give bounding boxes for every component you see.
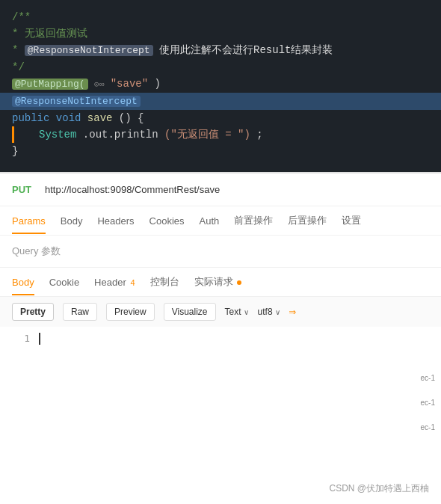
comment-end: */ bbox=[12, 61, 25, 73]
tab-headers[interactable]: Headers bbox=[97, 208, 134, 234]
http-panel: PUT http://localhost:9098/CommentRest/sa… bbox=[0, 172, 441, 504]
raw-button[interactable]: Raw bbox=[63, 303, 97, 321]
ec-label-2: ec-1 bbox=[421, 399, 438, 407]
semicolon: ; bbox=[256, 129, 262, 141]
void-keyword: void bbox=[56, 112, 81, 124]
tab-body[interactable]: Body bbox=[61, 208, 83, 234]
tab-response-cookie[interactable]: Cookie bbox=[49, 269, 79, 295]
visualize-button[interactable]: Visualize bbox=[164, 303, 216, 321]
println-arg: ("无返回值 = ") bbox=[164, 129, 250, 141]
response-content: 1 bbox=[0, 327, 441, 504]
request-tabs: Params Body Headers Cookies Auth 前置操作 后置… bbox=[0, 206, 441, 236]
text-cursor bbox=[39, 333, 40, 345]
code-line-7: public void save () { bbox=[12, 110, 429, 126]
preview-button[interactable]: Preview bbox=[106, 303, 155, 321]
format-dropdown-arrow: ∨ bbox=[244, 308, 249, 316]
encoding-dropdown-arrow: ∨ bbox=[275, 308, 280, 316]
code-line-9: } bbox=[12, 143, 429, 159]
tab-settings[interactable]: 设置 bbox=[342, 206, 361, 235]
annotation-badge: @ResponseNotIntercept bbox=[25, 45, 153, 56]
ec-label-3: ec-1 bbox=[421, 423, 438, 431]
comment-title: * 无返回值测试 bbox=[12, 28, 87, 40]
tab-response-body[interactable]: Body bbox=[12, 269, 34, 295]
response-tabs: Body Cookie Header 4 控制台 实际请求 bbox=[0, 267, 441, 297]
cursor-line[interactable] bbox=[39, 333, 40, 498]
response-toolbar: Pretty Raw Preview Visualize Text ∨ utf8… bbox=[0, 297, 441, 327]
method-name: save bbox=[87, 112, 113, 124]
http-method: PUT bbox=[12, 184, 36, 195]
annotation-desc: 使用此注解不会进行Result结果封装 bbox=[159, 44, 333, 56]
public-keyword: public bbox=[12, 112, 49, 124]
pretty-button[interactable]: Pretty bbox=[12, 303, 54, 321]
code-line-1: /** bbox=[12, 9, 429, 25]
request-url[interactable]: http://localhost:9098/CommentRest/save bbox=[45, 184, 220, 195]
code-line-6: @ResponseNotIntercept bbox=[0, 93, 441, 110]
put-mapping-annotation: @PutMapping( bbox=[12, 79, 88, 90]
tab-post-action[interactable]: 后置操作 bbox=[288, 206, 327, 235]
ec-label-1: ec-1 bbox=[421, 374, 438, 382]
header-count-badge: 4 bbox=[130, 278, 135, 287]
save-string: "save" bbox=[111, 78, 148, 90]
println-method: .out.println bbox=[83, 129, 158, 141]
line-numbers: 1 bbox=[12, 333, 30, 498]
comment-start: /** bbox=[12, 11, 31, 23]
tab-auth[interactable]: Auth bbox=[200, 208, 220, 234]
code-line-5: @PutMapping( ⊙∞ "save" ) bbox=[12, 76, 429, 93]
ec-labels: ec-1 ec-1 ec-1 bbox=[421, 374, 438, 431]
tab-cookies[interactable]: Cookies bbox=[149, 208, 185, 234]
main-container: /** * 无返回值测试 * @ResponseNotIntercept 使用此… bbox=[0, 0, 441, 504]
tab-pre-action[interactable]: 前置操作 bbox=[234, 206, 273, 235]
query-params-label: Query 参数 bbox=[0, 236, 441, 267]
encoding-selector[interactable]: utf8 ∨ bbox=[258, 307, 280, 317]
system-class: System bbox=[39, 129, 76, 141]
format-selector[interactable]: Text ∨ bbox=[225, 307, 249, 317]
tab-console[interactable]: 控制台 bbox=[150, 268, 179, 296]
watermark: CSDN @伏加特遇上西柚 bbox=[329, 482, 429, 495]
code-editor: /** * 无返回值测试 * @ResponseNotIntercept 使用此… bbox=[0, 0, 441, 172]
format-icon[interactable]: ⇒ bbox=[289, 304, 297, 319]
response-not-intercept-annotation: @ResponseNotIntercept bbox=[12, 96, 141, 107]
tab-actual-request[interactable]: 实际请求 bbox=[194, 268, 242, 296]
code-line-3: * @ResponseNotIntercept 使用此注解不会进行Result结… bbox=[12, 42, 429, 59]
tab-params[interactable]: Params bbox=[12, 208, 46, 234]
closing-brace: } bbox=[12, 145, 18, 157]
icon-sym: ⊙∞ bbox=[94, 80, 104, 89]
comment-prefix: * bbox=[12, 44, 25, 56]
code-line-4: */ bbox=[12, 59, 429, 76]
code-line-2: * 无返回值测试 bbox=[12, 25, 429, 42]
code-line-8: System .out.println ("无返回值 = ") ; bbox=[12, 126, 429, 143]
actual-request-dot bbox=[237, 280, 241, 285]
paren-end: ) bbox=[155, 78, 161, 90]
method-sig: () { bbox=[119, 112, 144, 124]
url-bar: PUT http://localhost:9098/CommentRest/sa… bbox=[0, 173, 441, 206]
tab-response-header[interactable]: Header 4 bbox=[94, 269, 135, 295]
